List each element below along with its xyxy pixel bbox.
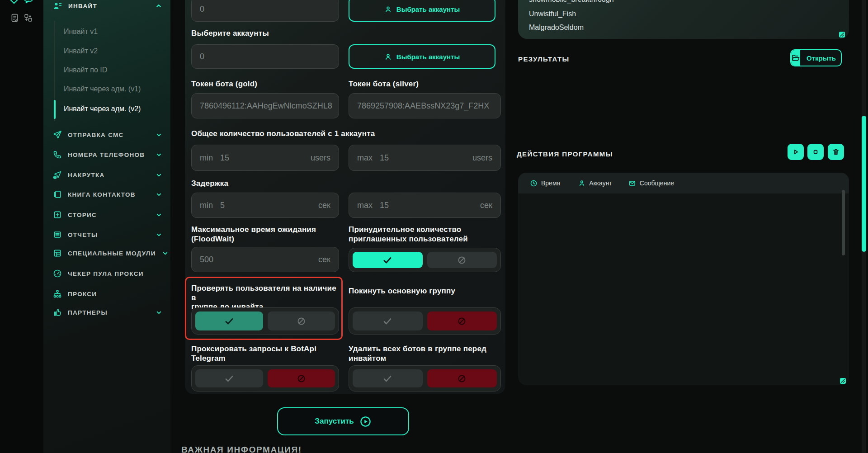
sidebar-section-boost[interactable]: НАКРУТКА bbox=[53, 170, 162, 180]
partners-icon bbox=[53, 308, 62, 317]
resize-handle[interactable] bbox=[840, 378, 846, 384]
sidebar-item-invite-v2[interactable]: Инвайт v2 bbox=[64, 47, 98, 55]
contact-icon bbox=[53, 1, 62, 11]
leave-group-toggle bbox=[349, 307, 501, 335]
sidebar-section-special-modules[interactable]: СПЕЦИАЛЬНЫЕ МОДУЛИ bbox=[53, 248, 162, 258]
chevron-down-icon bbox=[156, 309, 162, 316]
swap-icon[interactable] bbox=[24, 13, 33, 23]
leave-group-label: Покинуть основную группу bbox=[349, 287, 502, 296]
actions-log-table bbox=[518, 173, 849, 385]
label-line: Проверять пользователя на наличие в bbox=[191, 284, 340, 302]
list-item[interactable]: showmobile_breakthrough bbox=[529, 0, 614, 4]
select-accounts-button[interactable]: Выбрать аккаунты bbox=[349, 44, 495, 69]
total-users-max-input[interactable]: max 15 users bbox=[349, 145, 501, 171]
token-silver-label: Токен бота (silver) bbox=[349, 80, 419, 89]
delay-min-input[interactable]: min 5 сек bbox=[191, 193, 339, 218]
column-label: Аккаунт bbox=[589, 179, 612, 187]
toggle-yes-button[interactable] bbox=[353, 369, 423, 387]
toggle-no-button[interactable] bbox=[268, 369, 335, 387]
start-actions-button[interactable] bbox=[788, 144, 804, 160]
column-time: Время bbox=[530, 179, 560, 187]
column-label: Время bbox=[541, 179, 560, 187]
label-line: Принудительное количество bbox=[349, 225, 502, 235]
total-users-label: Общее количество пользователей с 1 аккау… bbox=[191, 129, 375, 139]
button-label: Выбрать аккаунты bbox=[396, 53, 460, 61]
forced-count-toggle bbox=[349, 248, 501, 272]
toggle-yes-button[interactable] bbox=[195, 369, 263, 387]
input-unit: сек bbox=[476, 201, 492, 210]
toggle-yes-button[interactable] bbox=[353, 311, 423, 330]
delete-bots-toggle bbox=[349, 365, 501, 392]
delay-max-input[interactable]: max 15 сек bbox=[349, 193, 501, 218]
chevron-down-icon bbox=[156, 212, 162, 218]
list-item[interactable]: Unwistful_Fish bbox=[529, 10, 576, 18]
column-message: Сообщение bbox=[628, 179, 674, 187]
boost-icon bbox=[53, 170, 62, 179]
sidebar-section-reports[interactable]: ОТЧЕТЫ bbox=[53, 230, 162, 240]
sidebar-section-phone-numbers[interactable]: НОМЕРА ТЕЛЕФОНОВ bbox=[53, 150, 162, 160]
input-unit: users bbox=[306, 153, 330, 163]
toggle-no-button[interactable] bbox=[427, 311, 497, 330]
chat-icon[interactable] bbox=[23, 0, 34, 5]
accounts-count-input[interactable]: 0 bbox=[191, 44, 339, 69]
label-line: Удалить всех ботов в группе перед bbox=[349, 344, 502, 354]
input-value: 0 bbox=[200, 5, 204, 14]
page-scrollbar-thumb[interactable] bbox=[862, 116, 866, 252]
toggle-no-button[interactable] bbox=[427, 369, 497, 387]
token-silver-input[interactable]: 7869257908:AAEBssNX23g7_F2HX bbox=[349, 93, 501, 118]
favorites-icon[interactable] bbox=[9, 0, 19, 5]
input-value: 500 bbox=[200, 255, 213, 264]
delete-bots-label: Удалить всех ботов в группе перед инвайт… bbox=[349, 344, 502, 363]
clear-actions-button[interactable] bbox=[828, 144, 844, 160]
user-icon bbox=[578, 179, 585, 187]
button-label: Запустить bbox=[315, 417, 354, 426]
chevron-down-icon bbox=[156, 151, 162, 158]
resize-handle[interactable] bbox=[839, 32, 845, 38]
stop-actions-button[interactable] bbox=[807, 144, 824, 160]
label-line: Максимальное время ожидания bbox=[191, 225, 340, 235]
toggle-no-button[interactable] bbox=[268, 311, 335, 330]
modules-icon bbox=[53, 249, 62, 258]
toggle-yes-button[interactable] bbox=[353, 252, 423, 268]
sidebar-section-partners[interactable]: ПАРТНЕРЫ bbox=[53, 307, 162, 317]
label-line: приглашенных пользователей bbox=[349, 235, 502, 244]
total-users-min-input[interactable]: min 15 users bbox=[191, 145, 339, 171]
token-gold-input[interactable]: 7860496112:AAHegEwNlcmoSZHL8 bbox=[191, 93, 339, 118]
input-value: 15 bbox=[220, 153, 229, 163]
input-prefix: max bbox=[357, 201, 373, 210]
clipboard-check-icon[interactable] bbox=[10, 13, 19, 23]
sidebar-section-proxy-checker[interactable]: ЧЕКЕР ПУЛА ПРОКСИ bbox=[53, 269, 162, 278]
toggle-yes-button[interactable] bbox=[195, 311, 263, 330]
list-item[interactable]: MalgradoSeldom bbox=[529, 24, 584, 32]
sidebar-item-invite-admin-v2[interactable]: Инвайт через адм. (v2) bbox=[64, 105, 141, 113]
sidebar-item-invite-v1[interactable]: Инвайт v1 bbox=[64, 28, 98, 36]
sidebar-section-contacts-book[interactable]: КНИГА КОНТАКТОВ bbox=[53, 189, 162, 199]
label-line: Проксировать запросы к BotApi bbox=[191, 344, 340, 354]
open-results-button[interactable]: Открыть bbox=[790, 49, 842, 66]
sidebar-item-invite-by-id[interactable]: Инвайт по ID bbox=[64, 66, 107, 74]
chevron-down-icon bbox=[156, 172, 162, 179]
chevron-down-icon bbox=[162, 250, 169, 257]
input-prefix: max bbox=[357, 153, 373, 163]
accounts-count-input-top[interactable]: 0 bbox=[191, 0, 339, 22]
toggle-no-button[interactable] bbox=[427, 252, 497, 268]
important-info-heading: ВАЖНАЯ ИНФОРМАЦИЯ! bbox=[181, 445, 302, 453]
input-prefix: min bbox=[200, 201, 213, 210]
select-accounts-button-top[interactable]: Выбрать аккаунты bbox=[349, 0, 495, 22]
input-value: 15 bbox=[380, 153, 389, 163]
accounts-list-box[interactable]: showmobile_breakthrough Unwistful_Fish M… bbox=[518, 0, 849, 39]
chevron-down-icon bbox=[156, 191, 162, 198]
label-line: (FloodWait) bbox=[191, 235, 340, 244]
input-prefix: min bbox=[200, 153, 213, 163]
table-scrollbar-thumb[interactable] bbox=[842, 190, 845, 255]
sidebar-section-stories[interactable]: СТОРИС bbox=[53, 210, 162, 220]
run-button[interactable]: Запустить bbox=[277, 407, 409, 435]
sidebar-item-invite-admin-v1[interactable]: Инвайт через адм. (v1) bbox=[64, 85, 141, 93]
contacts-book-icon bbox=[53, 190, 62, 199]
sidebar-section-invite[interactable]: ИНВАЙТ bbox=[53, 1, 162, 11]
sidebar-section-sms[interactable]: ОТПРАВКА СМС bbox=[53, 130, 162, 140]
phone-icon bbox=[53, 150, 62, 159]
sidebar-section-proxy[interactable]: ПРОКСИ bbox=[53, 289, 162, 299]
input-value: 15 bbox=[380, 201, 389, 210]
floodwait-input[interactable]: 500 сек bbox=[191, 247, 339, 272]
